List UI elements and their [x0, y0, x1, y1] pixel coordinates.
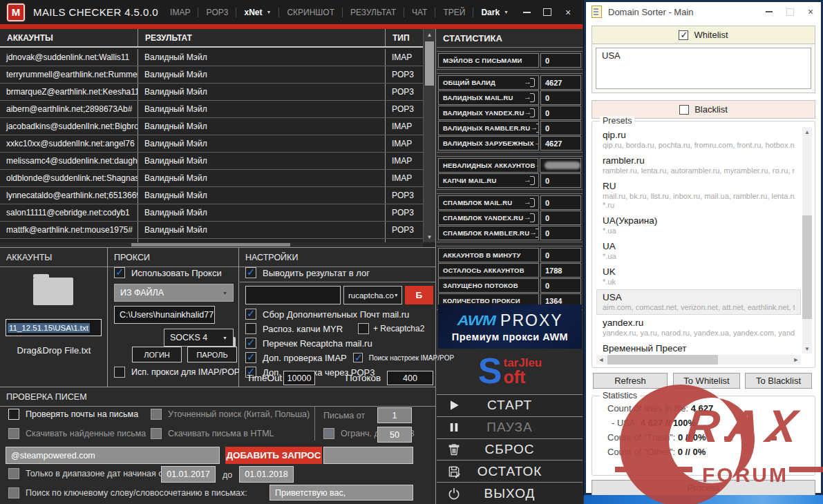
keyword-input[interactable]: Приветствую вас, [269, 485, 413, 501]
export-arrow-icon[interactable] [524, 93, 536, 102]
imap-settings-checkbox[interactable] [353, 353, 363, 362]
scroll-right-icon[interactable]: ► [791, 355, 801, 365]
refined-checkbox[interactable] [151, 409, 162, 420]
scrollbar-thumb[interactable] [607, 355, 718, 365]
log-checkbox[interactable] [245, 267, 256, 278]
refresh-button[interactable]: Refresh [593, 373, 668, 389]
myr-checkbox[interactable] [245, 323, 256, 334]
scroll-down-icon[interactable]: ▼ [802, 344, 812, 353]
export-arrow-icon[interactable] [524, 213, 536, 222]
scroll-left-icon[interactable]: ◄ [596, 355, 606, 365]
column-header-type[interactable]: ТИП [386, 29, 423, 46]
column-header-accounts[interactable]: АККАУНТЫ [0, 29, 138, 46]
proxy-source-select[interactable]: ИЗ ФАЙЛА▼ [114, 284, 234, 302]
keyword-checkbox[interactable] [8, 487, 19, 498]
table-row[interactable]: melissamc4@suddenlink.net:daugheВалидный… [0, 153, 423, 170]
proxy-imap-pop3-checkbox[interactable] [114, 367, 125, 378]
login-button[interactable]: ЛОГИН [132, 347, 182, 362]
folder-icon[interactable] [33, 278, 73, 305]
captcha-service-select[interactable]: rucaptcha.co▼ [343, 286, 402, 304]
table-row[interactable]: mattfk@earthlink.net:mouse1975#Валидный … [0, 222, 423, 239]
preset-item[interactable]: Временный Пресетtut.by, i.ua [596, 340, 801, 353]
column-header-result[interactable]: РЕЗУЛЬТАТ [138, 29, 386, 46]
blacklist-checkbox[interactable] [679, 105, 689, 115]
table-row[interactable]: xxkc10xx@suddenlInk.net:angel76Валидный … [0, 135, 423, 153]
play-button[interactable]: СТАРТ [437, 394, 583, 416]
whitelist-textarea[interactable]: USA [596, 48, 811, 89]
maximize-button[interactable] [779, 2, 800, 21]
menu-item-xnet[interactable]: xNet▼ [236, 8, 278, 17]
scroll-up-icon[interactable]: ▲ [802, 127, 812, 137]
table-row[interactable]: oldblonde@suddenlink.net:ShagnastВалидны… [0, 170, 423, 187]
table-row[interactable]: terryrummell@earthlink.net:RummellВалидн… [0, 66, 423, 84]
captcha-key-input[interactable] [245, 286, 341, 304]
table-vertical-scrollbar[interactable]: ▲ ▼ [423, 29, 435, 242]
close-button[interactable]: × [558, 0, 578, 24]
imap-check-checkbox[interactable] [245, 352, 256, 363]
menu-item-pop3[interactable]: POP3 [198, 8, 236, 17]
date-to-input[interactable]: 01.01.2018 [239, 466, 294, 483]
trash-button[interactable]: СБРОС [437, 438, 583, 461]
accounts-file-field[interactable]: 11_12.51.15\USA\1.txt [6, 319, 102, 336]
menu-item-dark[interactable]: Dark▼ [473, 8, 516, 17]
scrollbar-thumb[interactable] [131, 243, 290, 246]
close-button[interactable]: × [800, 2, 821, 21]
preset-item[interactable]: UA*.ua [596, 238, 801, 264]
html-checkbox[interactable] [151, 428, 162, 439]
export-arrow-icon[interactable] [530, 124, 539, 133]
use-proxy-checkbox[interactable] [114, 267, 125, 278]
process-button[interactable]: Process [592, 480, 815, 496]
preset-item[interactable]: UA(Украина)*.ua [596, 213, 801, 238]
recheck-checkbox[interactable] [245, 338, 256, 349]
table-row[interactable]: salon11111@cebridge.net:codyb1Валидный М… [0, 204, 423, 222]
preset-item[interactable]: yandex.ruyandex.ru, ya.ru, narod.ru, yan… [596, 315, 801, 340]
table-horizontal-scrollbar[interactable] [0, 242, 423, 247]
proxy-path-input[interactable]: C:\Users\hunainkhalid77 [114, 306, 215, 324]
presets-vertical-scrollbar[interactable]: ▲ ▼ [802, 127, 812, 353]
download-checkbox[interactable] [8, 428, 19, 439]
scroll-up-icon[interactable]: ▲ [424, 29, 435, 40]
scroll-down-icon[interactable]: ▼ [424, 231, 435, 242]
export-arrow-icon[interactable] [529, 229, 539, 238]
timeout-input[interactable]: 10000 [283, 371, 315, 385]
whitelist-checkbox[interactable] [679, 30, 688, 40]
pop3-limit-checkbox[interactable] [323, 428, 334, 439]
scrollbar-thumb[interactable] [425, 41, 434, 86]
table-row[interactable]: jacobadkins@suddenlInk.net:BigbrotВалидн… [0, 118, 423, 135]
to-whitelist-button[interactable]: To Whitelist [673, 373, 740, 389]
to-blacklist-button[interactable]: To Blacklist [745, 373, 812, 389]
export-arrow-icon[interactable] [524, 108, 536, 117]
preset-item[interactable]: RUmail.ru, bk.ru, list.ru, inbox.ru, mai… [596, 178, 801, 213]
save-button[interactable]: ОСТАТОК [437, 460, 583, 482]
menu-item-чат[interactable]: ЧАТ [404, 8, 435, 17]
table-row[interactable]: aibern@earthlink.net;2898673Ab#Валидный … [0, 101, 423, 118]
date-from-input[interactable]: 01.01.2017 [161, 466, 216, 483]
table-row[interactable]: lynnecataldo@earthlink.net;6513669Валидн… [0, 187, 423, 204]
query-input[interactable]: @steampowered.com [6, 447, 220, 464]
date-range-checkbox[interactable] [8, 468, 19, 479]
proxy-type-select[interactable]: SOCKS 4▼ [164, 329, 234, 347]
preset-item[interactable]: USAaim.com, comcast.net, verizon.net, at… [596, 289, 801, 315]
export-arrow-icon[interactable] [534, 139, 539, 148]
minimize-button[interactable] [759, 2, 779, 21]
check-mail-checkbox[interactable] [8, 409, 19, 420]
pause-button[interactable]: ПАУЗА [437, 416, 583, 438]
balance-button[interactable]: Б [405, 286, 433, 304]
letters-from-input[interactable]: 1 [377, 407, 412, 423]
recaptcha2-checkbox[interactable] [358, 323, 369, 334]
export-arrow-icon[interactable] [524, 198, 536, 207]
threads-input[interactable]: 400 [387, 371, 433, 385]
scrollbar-thumb[interactable] [802, 215, 812, 319]
add-query-button[interactable]: ДОБАВИТЬ ЗАПРОС [225, 447, 322, 464]
menu-item-скриншот[interactable]: СКРИНШОТ [279, 8, 342, 17]
awm-proxy-banner[interactable]: AWM PROXY Премиум прокси AWM [438, 304, 582, 349]
preset-item[interactable]: UK*.uk [596, 264, 801, 289]
export-arrow-icon[interactable] [536, 161, 538, 170]
preset-item[interactable]: rambler.rurambler.ru, lenta.ru, autoramb… [596, 153, 801, 178]
power-button[interactable]: ВЫХОД [437, 482, 583, 504]
password-button[interactable]: ПАРОЛЬ [187, 347, 237, 362]
preset-item[interactable]: qip.ruqip.ru, borda.ru, pochta.ru, fromr… [596, 127, 801, 153]
table-row[interactable]: brmarqueZ@earthlink.net:Keesha11Валидный… [0, 84, 423, 101]
presets-horizontal-scrollbar[interactable]: ◄ ► [596, 355, 801, 365]
collect-checkbox[interactable] [245, 309, 256, 320]
